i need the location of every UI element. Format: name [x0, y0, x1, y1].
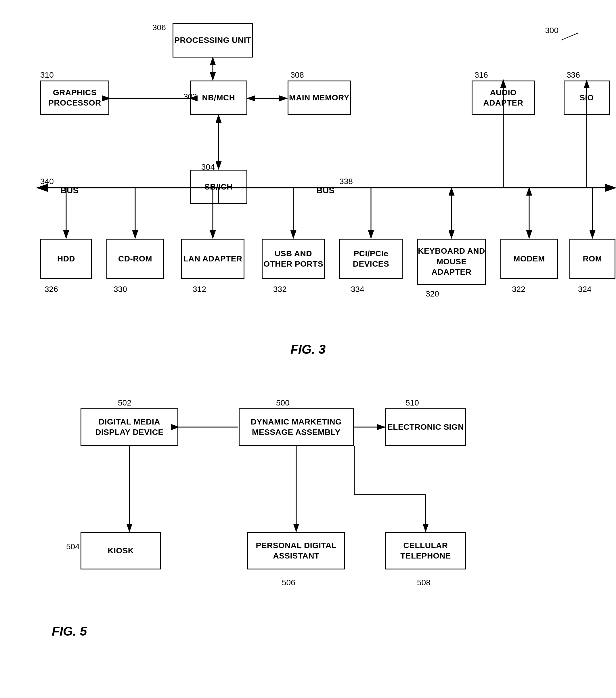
ref-310: 310 [40, 70, 54, 80]
box-cd-rom: CD-ROM [107, 239, 164, 279]
bus-label-right: BUS [316, 185, 334, 195]
ref-320: 320 [425, 289, 439, 298]
page: 300 PROCESSING UNIT 306 NB/MCH 302 MAIN … [0, 0, 616, 698]
box-pda: PERSONAL DIGITAL ASSISTANT [247, 532, 345, 570]
ref-340: 340 [40, 177, 54, 186]
ref-308: 308 [291, 70, 304, 80]
box-electronic-sign: ELECTRONIC SIGN [386, 408, 466, 446]
figure-3: 300 PROCESSING UNIT 306 NB/MCH 302 MAIN … [23, 17, 593, 357]
ref-332: 332 [273, 285, 287, 294]
fig3-arrows [23, 17, 616, 334]
box-lan-adapter: LAN ADAPTER [181, 239, 244, 279]
box-main-memory: MAIN MEMORY [288, 81, 351, 115]
ref-504-label: 504 [66, 542, 80, 551]
ref-508: 508 [417, 578, 431, 587]
ref-330: 330 [114, 285, 127, 294]
ref-336: 336 [566, 70, 580, 80]
ref-502: 502 [118, 398, 131, 407]
box-usb-ports: USB AND OTHER PORTS [262, 239, 325, 279]
ref-510: 510 [406, 398, 419, 407]
bus-label-left: BUS [60, 185, 79, 195]
box-hdd: HDD [40, 239, 92, 279]
fig3-caption: FIG. 3 [23, 342, 593, 357]
ref-306: 306 [152, 23, 166, 32]
box-digital-media: DIGITAL MEDIA DISPLAY DEVICE [81, 408, 178, 446]
ref-334: 334 [351, 285, 364, 294]
box-audio-adapter: AUDIO ADAPTER [472, 81, 535, 115]
figure-5: DYNAMIC MARKETING MESSAGE ASSEMBLY 500 D… [23, 380, 593, 639]
box-graphics-processor: GRAPHICS PROCESSOR [40, 81, 109, 115]
box-kiosk: KIOSK [81, 532, 161, 570]
ref-338: 338 [339, 177, 353, 186]
svg-line-5 [561, 33, 578, 40]
ref-500: 500 [276, 398, 290, 407]
ref-312: 312 [193, 285, 206, 294]
box-sb-ich: SB/ICH [190, 170, 247, 204]
ref-322: 322 [512, 285, 526, 294]
ref-326: 326 [45, 285, 58, 294]
box-processing-unit: PROCESSING UNIT [172, 23, 253, 57]
fig5-caption: FIG. 5 [52, 624, 87, 639]
ref-316: 316 [475, 70, 488, 80]
box-keyboard-mouse: KEYBOARD AND MOUSE ADAPTER [417, 239, 486, 285]
box-cellular: CELLULAR TELEPHONE [386, 532, 466, 570]
ref-300: 300 [545, 26, 559, 35]
box-sio: SIO [564, 81, 610, 115]
box-dmma: DYNAMIC MARKETING MESSAGE ASSEMBLY [239, 408, 354, 446]
box-nb-mch: NB/MCH [190, 81, 247, 115]
ref-304: 304 [201, 163, 215, 172]
ref-324: 324 [578, 285, 591, 294]
ref-506: 506 [282, 578, 295, 587]
box-rom: ROM [570, 239, 615, 279]
box-pci-devices: PCI/PCIe DEVICES [339, 239, 403, 279]
box-modem: MODEM [500, 239, 558, 279]
ref-302: 302 [183, 92, 197, 101]
